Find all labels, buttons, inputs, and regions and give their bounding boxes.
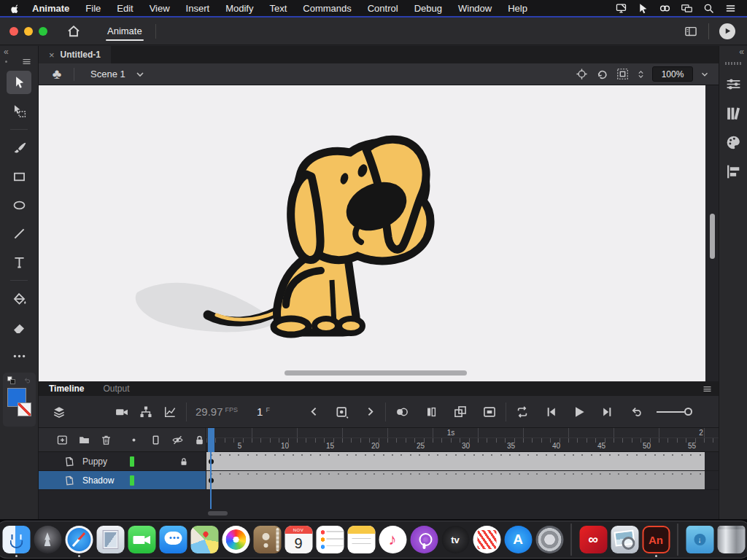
dock-app-podcasts[interactable] — [409, 521, 439, 558]
insert-keyframe-icon[interactable] — [335, 405, 349, 419]
frame-span[interactable] — [206, 471, 705, 489]
more-tools[interactable] — [7, 344, 31, 368]
default-colors-icon[interactable] — [7, 376, 16, 385]
layer-row-shadow[interactable]: Shadow — [39, 471, 206, 490]
tools-menu-icon[interactable] — [21, 56, 32, 67]
zoom-window-button[interactable] — [39, 27, 47, 36]
scene-chevron-down-icon[interactable] — [134, 69, 146, 80]
stage-canvas[interactable] — [39, 85, 705, 381]
close-window-button[interactable] — [9, 27, 18, 36]
layer-color-swatch[interactable] — [130, 475, 134, 486]
rotate-stage-icon[interactable] — [595, 67, 609, 81]
spotlight-search-icon[interactable] — [703, 2, 715, 15]
edit-multiple-frames-icon[interactable] — [453, 405, 468, 419]
selection-tool[interactable] — [7, 71, 31, 94]
eraser-tool[interactable] — [7, 316, 31, 339]
onion-skin-icon[interactable] — [395, 405, 409, 419]
menu-insert[interactable]: Insert — [178, 3, 218, 14]
zoom-chevron-down-icon[interactable] — [700, 69, 710, 79]
dock-app-photos[interactable] — [221, 521, 251, 558]
dock-app-notes[interactable] — [347, 521, 376, 558]
dock-app-creative-cloud[interactable]: ∞ — [578, 521, 608, 558]
sidecar-displays-icon[interactable] — [681, 2, 693, 15]
graph-editor-icon[interactable] — [163, 405, 177, 419]
menu-file[interactable]: File — [77, 3, 109, 14]
dock-app-messages[interactable] — [158, 521, 188, 558]
dock-app-mail[interactable] — [96, 521, 125, 558]
swap-colors-icon[interactable] — [23, 376, 31, 385]
stage-vertical-scrollbar[interactable] — [710, 214, 715, 259]
creative-cloud-icon[interactable] — [659, 2, 671, 15]
align-panel-icon[interactable] — [724, 163, 743, 181]
show-hide-all-layers-icon[interactable] — [171, 434, 184, 446]
workspace-tab-animate[interactable]: Animate — [97, 18, 152, 44]
text-tool[interactable] — [7, 250, 31, 273]
display-mirroring-icon[interactable] — [615, 2, 627, 15]
paint-bucket-tool[interactable] — [7, 287, 31, 311]
collapse-tools-icon[interactable]: « — [4, 47, 7, 57]
zoom-level-field[interactable]: 100% — [652, 66, 693, 82]
onion-skin-outlines-icon[interactable] — [424, 405, 438, 419]
frame-rate-field[interactable]: 29.97 FPS — [196, 405, 238, 418]
layer-row-puppy[interactable]: Puppy — [39, 452, 206, 471]
screen-pointer-icon[interactable] — [637, 2, 649, 15]
dock-app-news[interactable] — [472, 521, 502, 558]
properties-panel-icon[interactable] — [724, 75, 743, 93]
rectangle-tool[interactable] — [7, 165, 31, 188]
tab-timeline[interactable]: Timeline — [39, 384, 93, 396]
stage[interactable] — [39, 85, 719, 381]
insert-frame-icon[interactable] — [482, 405, 497, 419]
symbol-clip-icon[interactable]: ♣ — [49, 66, 65, 82]
step-back-icon[interactable] — [543, 405, 558, 419]
dock-app-tv[interactable]: tv — [441, 521, 471, 558]
lock-all-layers-icon[interactable] — [193, 434, 206, 446]
layer-track-puppy[interactable] — [206, 452, 719, 471]
workspace-layout-icon[interactable] — [684, 24, 698, 39]
dock-app-finder[interactable] — [1, 521, 31, 558]
add-camera-icon[interactable] — [115, 405, 129, 419]
color-panel-icon[interactable] — [724, 133, 743, 152]
show-outlines-icon[interactable] — [150, 434, 162, 446]
timeline-ruler[interactable]: 1s2 510152025303540455055 — [206, 428, 719, 452]
dock-app-app-store[interactable]: A — [503, 521, 533, 558]
current-frame-field[interactable]: 1 F — [257, 405, 270, 418]
layer-color-swatch[interactable] — [130, 456, 134, 467]
center-stage-icon[interactable] — [575, 67, 589, 81]
minimize-window-button[interactable] — [24, 27, 33, 36]
dock-app-facetime[interactable] — [127, 521, 157, 558]
notification-center-icon[interactable] — [724, 2, 737, 15]
quick-share-publish-button[interactable] — [719, 23, 735, 39]
previous-keyframe-icon[interactable] — [308, 405, 320, 418]
dock-app-calendar[interactable]: NOV9 — [284, 521, 314, 558]
new-folder-icon[interactable] — [78, 434, 90, 446]
stage-horizontal-scrollbar[interactable] — [285, 370, 467, 376]
layer-track-shadow[interactable] — [206, 471, 719, 490]
menu-animate[interactable]: Animate — [26, 3, 77, 14]
zoom-stepper[interactable] — [636, 67, 646, 82]
timeline-panel-menu-icon[interactable] — [702, 384, 713, 394]
slider-knob[interactable] — [684, 408, 692, 416]
free-transform-tool[interactable] — [7, 99, 31, 122]
library-panel-icon[interactable] — [724, 104, 743, 122]
menu-window[interactable]: Window — [450, 3, 500, 14]
delete-layer-icon[interactable] — [100, 434, 112, 446]
menu-control[interactable]: Control — [360, 3, 406, 14]
oval-tool[interactable] — [7, 193, 31, 217]
menu-view[interactable]: View — [142, 3, 178, 14]
dock-app-music[interactable]: ♪ — [378, 521, 408, 558]
clip-content-icon[interactable] — [616, 67, 630, 81]
show-parenting-icon[interactable] — [139, 405, 153, 419]
dock-app-launchpad[interactable] — [33, 521, 63, 558]
close-document-icon[interactable]: × — [49, 50, 55, 61]
dock-app-trash[interactable] — [716, 521, 746, 558]
step-forward-icon[interactable] — [600, 405, 615, 419]
highlight-layer-icon[interactable] — [128, 434, 140, 446]
home-icon[interactable] — [66, 24, 81, 39]
new-layer-icon[interactable] — [56, 434, 69, 446]
stroke-color-swatch[interactable] — [18, 402, 31, 416]
next-keyframe-icon[interactable] — [364, 405, 376, 418]
collapse-panels-icon[interactable]: « — [739, 47, 743, 57]
scene-name-label[interactable]: Scene 1 — [90, 69, 125, 79]
menu-edit[interactable]: Edit — [109, 3, 141, 14]
brush-tool[interactable] — [7, 136, 31, 160]
